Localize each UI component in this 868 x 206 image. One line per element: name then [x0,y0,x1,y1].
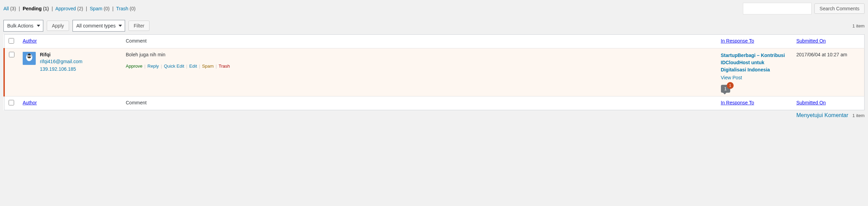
status-filter-links: All (3) | Pending (1) | Approved (2) | S… [3,4,135,13]
filter-pending[interactable]: Pending (1) [23,6,49,11]
col-author-foot[interactable]: Author [23,100,37,105]
select-all-bottom[interactable] [9,100,14,105]
svg-point-5 [28,56,29,56]
bulk-actions-select[interactable]: Bulk Actions [3,20,43,32]
comment-count-bubble[interactable]: 1 1 [721,85,730,93]
author-name: Rifqi [40,52,82,57]
search-button[interactable]: Search Comments [814,3,865,14]
row-actions: Approve | Reply | Quick Edit | Edit | Sp… [126,64,713,69]
quickedit-link[interactable]: Quick Edit [164,64,184,69]
comment-row: Rifqi rifqi416@gmail.com 139.192.106.185… [4,48,865,96]
item-count-top: 1 item [853,23,865,28]
svg-point-6 [30,56,31,56]
apply-button[interactable]: Apply [47,21,69,31]
search-input[interactable] [743,3,812,14]
reply-link[interactable]: Reply [147,64,159,69]
author-ip[interactable]: 139.192.106.185 [40,66,76,72]
approve-link[interactable]: Approve [126,64,142,69]
trash-link[interactable]: Trash [219,64,230,69]
filter-trash[interactable]: Trash (0) [116,6,135,11]
caption-link[interactable]: Menyetujui Komentar [796,112,848,118]
col-comment-foot: Comment [122,96,717,110]
col-comment: Comment [122,35,717,48]
col-date[interactable]: Submitted On [797,38,826,44]
pending-badge: 1 [727,82,734,89]
spam-link[interactable]: Spam [202,64,214,69]
comment-date: 2017/06/04 at 10:27 am [792,48,865,96]
filter-all[interactable]: All (3) [3,6,16,11]
filter-approved[interactable]: Approved (2) [55,6,83,11]
filter-spam[interactable]: Spam (0) [90,6,110,11]
col-response-foot[interactable]: In Response To [721,100,754,105]
comment-text: Boleh juga nih min [126,52,713,57]
filter-button[interactable]: Filter [129,21,149,31]
select-row[interactable] [9,52,14,57]
view-post-link[interactable]: View Post [721,74,788,81]
comments-table: Author Comment In Response To Submitted … [3,34,865,110]
col-author[interactable]: Author [23,38,37,44]
search-box: Search Comments [743,3,865,14]
col-response[interactable]: In Response To [721,38,754,44]
edit-link[interactable]: Edit [189,64,197,69]
comment-types-select[interactable]: All comment types [73,20,125,32]
avatar [23,52,36,65]
author-email[interactable]: rifqi416@gmail.com [40,59,82,64]
select-all-top[interactable] [9,38,14,44]
post-title-link[interactable]: StartupBerbagi – Kontribusi IDCloudHost … [721,52,788,73]
item-count-bottom: 1 item [853,113,865,118]
col-date-foot[interactable]: Submitted On [797,100,826,105]
